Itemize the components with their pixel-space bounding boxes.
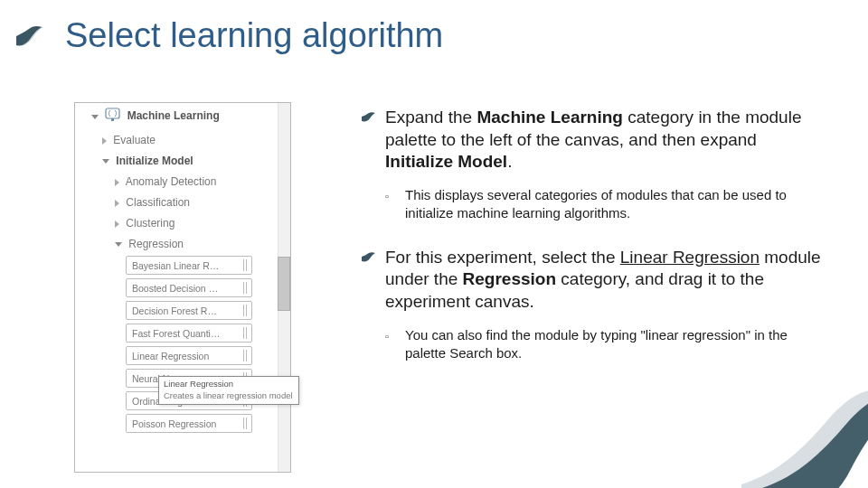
text-bold: Regression bbox=[463, 269, 556, 288]
bullet-1-text: Expand the Machine Learning category in … bbox=[385, 107, 823, 174]
sub-bullet-icon: ▫ bbox=[385, 186, 405, 223]
tree-clustering[interactable]: Clustering bbox=[75, 212, 290, 233]
tooltip-title: Linear Regression bbox=[164, 379, 294, 389]
tree-label: Clustering bbox=[126, 217, 175, 230]
module-fast-forest-quantile[interactable]: Fast Forest Quanti… bbox=[126, 324, 252, 343]
sub-bullet-1: ▫ This displays several categories of mo… bbox=[385, 186, 823, 223]
tree-evaluate[interactable]: Evaluate bbox=[75, 129, 290, 150]
sub-bullet-1-text: This displays several categories of modu… bbox=[405, 186, 823, 223]
text-bold: Machine Learning bbox=[476, 108, 623, 127]
tree-label: Regression bbox=[128, 238, 184, 250]
tree-label: Evaluate bbox=[113, 134, 156, 146]
chevron-down-icon bbox=[91, 115, 99, 119]
tree-anomaly-detection[interactable]: Anomaly Detection bbox=[75, 171, 290, 192]
bullet-2: For this experiment, select the Linear R… bbox=[362, 247, 823, 314]
chevron-right-icon bbox=[102, 137, 107, 145]
text-link[interactable]: Linear Regression bbox=[620, 248, 760, 267]
text-run: Expand the bbox=[385, 108, 476, 127]
chevron-down-icon bbox=[102, 159, 109, 164]
chevron-right-icon bbox=[115, 179, 119, 186]
chevron-right-icon bbox=[115, 200, 119, 207]
tree-machine-learning[interactable]: Machine Learning bbox=[75, 103, 290, 129]
tree-initialize-model[interactable]: Initialize Model bbox=[75, 150, 290, 171]
tree-label: Anomaly Detection bbox=[126, 175, 217, 188]
scrollbar-thumb[interactable] bbox=[278, 257, 290, 311]
tree-label: Classification bbox=[126, 196, 190, 209]
text-bold: Initialize Model bbox=[385, 152, 507, 171]
tree-regression[interactable]: Regression bbox=[75, 233, 290, 254]
machine-learning-icon bbox=[105, 108, 120, 126]
module-tooltip: Linear Regression Creates a linear regre… bbox=[158, 376, 299, 405]
module-list: Bayesian Linear R… Boosted Decision … De… bbox=[75, 254, 290, 433]
module-decision-forest[interactable]: Decision Forest R… bbox=[126, 301, 252, 320]
module-bayesian-linear[interactable]: Bayesian Linear R… bbox=[126, 256, 252, 275]
slide-logo bbox=[16, 20, 54, 51]
tree-label: Initialize Model bbox=[116, 155, 193, 167]
tree-label: Machine Learning bbox=[127, 109, 220, 122]
sub-bullet-icon: ▫ bbox=[385, 326, 405, 363]
bullet-1: Expand the Machine Learning category in … bbox=[362, 107, 823, 174]
text-run: For this experiment, select the bbox=[385, 248, 620, 267]
tree-classification[interactable]: Classification bbox=[75, 192, 290, 212]
svg-rect-0 bbox=[106, 108, 119, 118]
text-run: . bbox=[507, 152, 512, 171]
bullet-icon bbox=[362, 247, 385, 314]
module-linear-regression[interactable]: Linear Regression bbox=[126, 346, 252, 365]
chevron-down-icon bbox=[115, 242, 122, 247]
module-boosted-decision[interactable]: Boosted Decision … bbox=[126, 278, 252, 297]
module-poisson-regression[interactable]: Poisson Regression bbox=[126, 414, 252, 433]
tooltip-body: Creates a linear regression model bbox=[164, 390, 294, 401]
bullet-2-text: For this experiment, select the Linear R… bbox=[385, 247, 823, 314]
page-title: Select learning algorithm bbox=[65, 16, 443, 55]
corner-decoration bbox=[705, 322, 868, 488]
svg-rect-1 bbox=[111, 118, 114, 121]
module-palette: Machine Learning Evaluate Initialize Mod… bbox=[74, 102, 291, 473]
chevron-right-icon bbox=[115, 221, 119, 228]
bullet-icon bbox=[362, 107, 385, 174]
